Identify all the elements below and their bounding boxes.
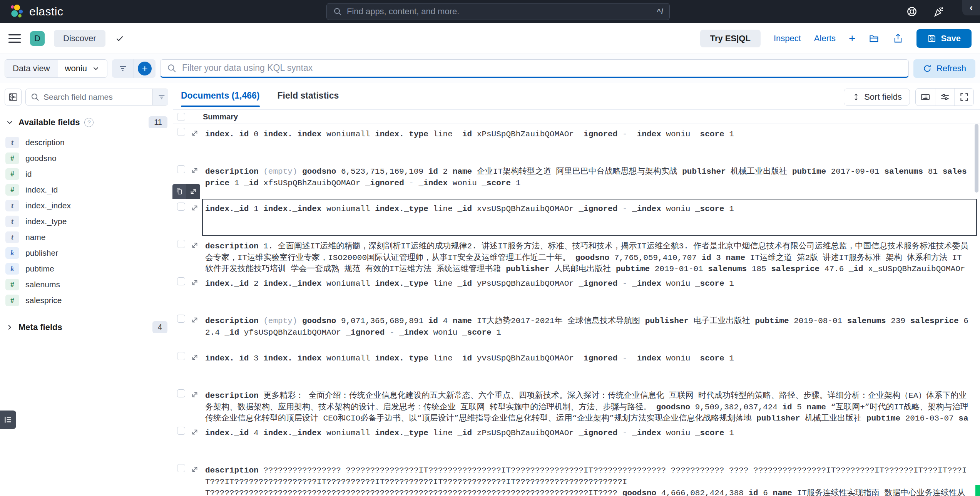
field-name: index._type	[25, 217, 67, 226]
field-item-pubtime[interactable]: kpubtime	[0, 261, 173, 276]
row-summary-text: description 1. 全面阐述IT运维的精髓，深刻剖析IT运维的成功规律…	[205, 241, 969, 273]
field-item-name[interactable]: tname	[0, 229, 173, 245]
collapse-sidebar-button[interactable]	[5, 89, 22, 106]
summary-cell[interactable]: index._id 3 index._index woniumall index…	[202, 348, 977, 385]
space-avatar[interactable]: D	[30, 31, 45, 46]
field-search[interactable]: 0	[25, 89, 168, 106]
table-row: description 1. 全面阐述IT运维的精髓，深刻剖析IT运维的成功规律…	[173, 236, 980, 273]
expand-document-icon[interactable]	[191, 465, 199, 474]
data-view-picker[interactable]: Data view woniu	[5, 59, 107, 78]
new-session-button[interactable]: +	[849, 33, 856, 44]
browser-overlay-collapse[interactable]: ‹	[962, 0, 980, 15]
meta-fields-count: 4	[152, 321, 167, 333]
summary-cell[interactable]: index._id 4 index._index woniumall index…	[202, 423, 977, 460]
field-item-salesprice[interactable]: #salesprice	[0, 292, 173, 308]
expand-document-icon[interactable]	[191, 390, 199, 399]
search-icon	[30, 92, 40, 102]
expand-document-icon[interactable]	[191, 166, 199, 175]
search-icon	[333, 7, 342, 16]
alerts-link[interactable]: Alerts	[814, 34, 836, 44]
row-checkbox[interactable]	[177, 464, 185, 472]
fullscreen-icon[interactable]	[954, 89, 973, 106]
data-view-value: woniu	[65, 64, 87, 74]
summary-cell[interactable]: index._id 2 index._index woniumall index…	[202, 273, 977, 311]
table-row: description ???????????????? ???????????…	[173, 460, 980, 496]
kql-input[interactable]	[182, 63, 902, 73]
field-item-description[interactable]: tdescription	[0, 134, 173, 150]
news-feed-icon[interactable]	[933, 6, 945, 17]
share-icon[interactable]	[893, 33, 903, 44]
expand-document-icon[interactable]	[191, 353, 199, 362]
chevron-down-icon	[5, 118, 14, 127]
field-search-input[interactable]	[43, 92, 148, 102]
field-item-index._index[interactable]: tindex._index	[0, 198, 173, 213]
tab-documents[interactable]: Documents (1,466)	[181, 90, 260, 107]
field-filter-icon[interactable]	[157, 93, 166, 101]
save-button[interactable]: Save	[916, 29, 972, 48]
row-checkbox[interactable]	[177, 389, 185, 397]
available-fields-count: 11	[149, 116, 167, 128]
save-icon	[927, 34, 937, 43]
help-icon[interactable]	[906, 6, 918, 17]
expand-document-icon[interactable]	[191, 204, 199, 212]
available-fields-header[interactable]: Available fields ? 11	[0, 116, 173, 128]
inspect-link[interactable]: Inspect	[774, 34, 801, 44]
breadcrumb[interactable]: Discover	[54, 30, 105, 47]
summary-cell[interactable]: description ???????????????? ???????????…	[202, 460, 977, 496]
summary-cell[interactable]: description (empty) goodsno 6,523,715,16…	[202, 161, 977, 199]
elastic-logo[interactable]: elastic	[8, 3, 64, 20]
display-options-icon[interactable]	[935, 89, 954, 106]
tab-field-statistics[interactable]: Field statistics	[278, 90, 339, 107]
summary-cell[interactable]: index._id 0 index._index woniumall index…	[202, 124, 977, 161]
app-navbar: D Discover Try ES|QL Inspect Alerts +	[0, 23, 980, 54]
expand-document-icon[interactable]	[191, 129, 199, 137]
summary-cell[interactable]: description 更多精彩： 全面介绍：传统企业信息化建设的五大新常态、六…	[202, 385, 977, 423]
row-checkbox[interactable]	[177, 240, 185, 248]
open-folder-icon[interactable]	[869, 33, 880, 44]
field-item-index._type[interactable]: tindex._type	[0, 213, 173, 229]
filter-icon[interactable]	[112, 59, 134, 78]
row-checkbox[interactable]	[177, 277, 185, 285]
field-item-goodsno[interactable]: #goodsno	[0, 150, 173, 166]
sort-fields-button[interactable]: Sort fields	[844, 89, 910, 106]
summary-cell[interactable]: description (empty) goodsno 9,071,365,68…	[202, 311, 977, 348]
row-checkbox[interactable]	[177, 352, 185, 360]
field-item-salenums[interactable]: #salenums	[0, 276, 173, 292]
table-row: index._id 3 index._index woniumall index…	[173, 348, 980, 385]
meta-fields-header[interactable]: Meta fields 4	[0, 321, 173, 333]
summary-cell[interactable]: index._id 1 index._index woniumall index…	[202, 199, 977, 236]
field-type-badge: #	[5, 295, 19, 306]
keyboard-shortcuts-icon[interactable]	[916, 89, 935, 106]
row-summary-text: description (empty) goodsno 6,523,715,16…	[205, 166, 969, 189]
field-item-index._id[interactable]: #index._id	[0, 182, 173, 198]
expand-document-icon[interactable]	[191, 316, 199, 324]
row-checkbox[interactable]	[177, 203, 185, 211]
row-checkbox[interactable]	[177, 165, 185, 173]
expand-document-icon[interactable]	[191, 428, 199, 436]
summary-cell[interactable]: description 1. 全面阐述IT运维的精髓，深刻剖析IT运维的成功规律…	[202, 236, 977, 273]
vertical-scrollbar[interactable]	[975, 124, 978, 193]
field-type-badge: t	[5, 216, 19, 227]
kql-search-bar[interactable]	[160, 59, 909, 78]
field-type-badge: t	[5, 231, 19, 243]
chevron-left-icon: ‹	[970, 2, 973, 13]
row-checkbox[interactable]	[177, 315, 185, 323]
row-checkbox[interactable]	[177, 128, 185, 136]
row-checkbox[interactable]	[177, 427, 185, 435]
field-item-publisher[interactable]: kpublisher	[0, 245, 173, 261]
expand-document-icon[interactable]	[191, 278, 199, 287]
field-type-badge: #	[5, 168, 19, 180]
expand-document-icon[interactable]	[191, 241, 199, 250]
bottom-bar-toggle[interactable]	[0, 411, 16, 429]
refresh-button[interactable]: Refresh	[913, 59, 975, 78]
field-name: salesprice	[25, 296, 62, 305]
menu-icon[interactable]	[8, 34, 21, 43]
row-summary-text: index._id 2 index._index woniumall index…	[205, 278, 969, 290]
try-esql-button[interactable]: Try ES|QL	[700, 30, 761, 47]
global-search-input[interactable]	[347, 7, 652, 17]
row-summary-text: index._id 4 index._index woniumall index…	[205, 427, 969, 439]
add-filter-button[interactable]: +	[138, 62, 152, 75]
select-all-checkbox[interactable]	[177, 113, 185, 121]
field-item-id[interactable]: #id	[0, 166, 173, 182]
global-search[interactable]: ^/	[326, 3, 670, 20]
